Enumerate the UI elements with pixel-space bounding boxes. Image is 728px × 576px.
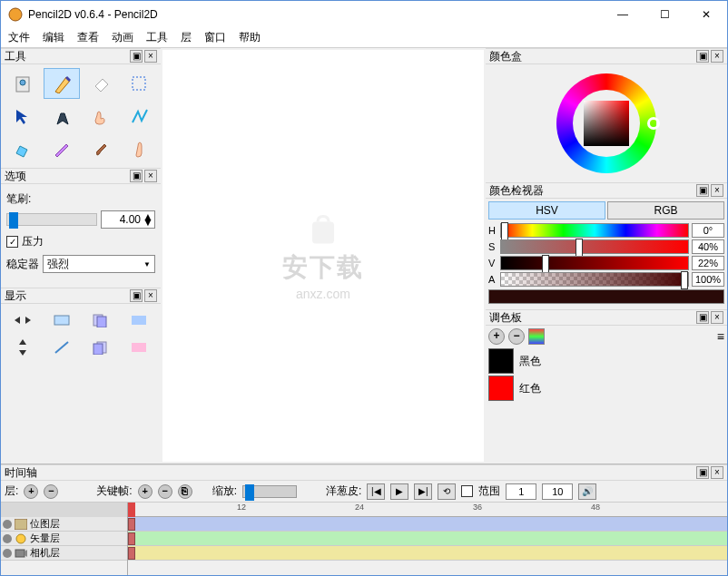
range-checkbox[interactable] xyxy=(461,485,473,497)
duplicate-keyframe-button[interactable]: ⎘ xyxy=(178,484,192,499)
close-panel-icon[interactable]: × xyxy=(711,50,723,63)
add-color-button[interactable]: + xyxy=(488,328,505,345)
close-panel-icon[interactable]: × xyxy=(711,311,723,324)
brush-tool[interactable] xyxy=(82,133,119,164)
visibility-icon[interactable] xyxy=(3,534,12,543)
visibility-icon[interactable] xyxy=(3,549,12,558)
undock-icon[interactable]: ▣ xyxy=(696,50,709,63)
menu-edit[interactable]: 编辑 xyxy=(43,30,64,45)
eyedropper-tool[interactable] xyxy=(44,133,81,164)
thin-lines-button[interactable] xyxy=(44,308,81,333)
remove-layer-button[interactable]: − xyxy=(44,484,58,499)
alpha-slider[interactable] xyxy=(500,272,689,287)
color-square[interactable] xyxy=(584,101,629,146)
close-panel-icon[interactable]: × xyxy=(711,466,723,479)
menu-help[interactable]: 帮助 xyxy=(239,30,261,45)
canvas[interactable]: 安下载 anxz.com xyxy=(162,50,484,462)
close-panel-icon[interactable]: × xyxy=(144,289,157,302)
outlines-button[interactable] xyxy=(44,335,81,360)
layer-row[interactable]: 相机层 xyxy=(1,546,127,561)
layer-row[interactable]: 矢量层 xyxy=(1,532,127,546)
menu-tools[interactable]: 工具 xyxy=(146,30,168,45)
playhead[interactable] xyxy=(128,503,135,517)
sound-button[interactable]: 🔊 xyxy=(578,483,596,500)
stabilizer-combo[interactable]: 强烈 ▼ xyxy=(43,255,155,273)
bucket-tool[interactable] xyxy=(5,133,42,164)
keyframe[interactable] xyxy=(128,547,135,560)
close-panel-icon[interactable]: × xyxy=(144,170,157,182)
visibility-icon[interactable] xyxy=(3,520,12,529)
clear-tool[interactable] xyxy=(5,68,42,99)
timeline-panel: 时间轴 ▣× 层: + − 关键帧: + − ⎘ 缩放: 洋葱皮: |◀ ▶ ▶… xyxy=(1,464,727,575)
onion-next-button[interactable] xyxy=(82,335,119,360)
inspector-panel: 颜色检视器 ▣× HSV RGB H 0° S 40% xyxy=(486,182,727,309)
last-frame-button[interactable]: ▶| xyxy=(414,483,432,500)
mirror-h-button[interactable] xyxy=(5,308,42,333)
undock-icon[interactable]: ▣ xyxy=(696,466,709,479)
value-value[interactable]: 22% xyxy=(692,256,724,270)
alpha-value[interactable]: 100% xyxy=(692,272,724,287)
close-button[interactable]: ✕ xyxy=(693,8,720,21)
undock-icon[interactable]: ▣ xyxy=(696,311,709,324)
hue-cursor[interactable] xyxy=(647,117,660,130)
timeline-tracks[interactable]: 12 24 36 48 xyxy=(128,503,727,575)
undock-icon[interactable]: ▣ xyxy=(130,289,143,302)
pressure-checkbox[interactable]: ✓ xyxy=(6,236,18,248)
polyline-tool[interactable] xyxy=(121,101,158,132)
mirror-v-button[interactable] xyxy=(5,335,42,360)
menu-layer[interactable]: 层 xyxy=(181,30,192,45)
saturation-slider[interactable] xyxy=(500,239,689,254)
color-wheel[interactable] xyxy=(556,73,656,173)
palette-item[interactable]: 红色 xyxy=(488,375,724,402)
pen-tool[interactable] xyxy=(44,101,81,132)
palette-item[interactable]: 黑色 xyxy=(488,347,724,375)
layer-row[interactable]: 位图层 xyxy=(1,517,127,532)
palette-title: 调色板 xyxy=(489,310,696,326)
tab-rgb[interactable]: RGB xyxy=(607,201,724,220)
range-start-input[interactable]: 1 xyxy=(506,483,536,500)
remove-color-button[interactable]: − xyxy=(508,328,525,345)
hue-value[interactable]: 0° xyxy=(692,223,724,238)
tab-hsv[interactable]: HSV xyxy=(488,201,605,220)
add-layer-button[interactable]: + xyxy=(24,484,38,499)
color-preview xyxy=(488,289,724,304)
menu-file[interactable]: 文件 xyxy=(8,30,30,45)
close-panel-icon[interactable]: × xyxy=(144,50,157,63)
play-button[interactable]: ▶ xyxy=(390,483,408,500)
range-end-input[interactable]: 10 xyxy=(542,483,573,500)
remove-keyframe-button[interactable]: − xyxy=(158,484,172,499)
menu-window[interactable]: 窗口 xyxy=(204,30,226,45)
menu-animation[interactable]: 动画 xyxy=(112,30,133,45)
first-frame-button[interactable]: |◀ xyxy=(367,483,385,500)
brush-size-input[interactable]: 4.00 ▲▼ xyxy=(101,210,155,229)
saturation-value[interactable]: 40% xyxy=(692,239,724,254)
brush-size-slider[interactable] xyxy=(6,213,97,226)
select-tool[interactable] xyxy=(121,68,158,99)
onion-prev-button[interactable] xyxy=(82,308,119,333)
palette-menu-icon[interactable]: ≡ xyxy=(717,329,724,344)
undock-icon[interactable]: ▣ xyxy=(696,184,709,197)
close-panel-icon[interactable]: × xyxy=(711,184,723,197)
menu-view[interactable]: 查看 xyxy=(77,30,99,45)
palette-grid-button[interactable] xyxy=(528,328,545,345)
pressure-label: 压力 xyxy=(22,234,44,249)
onion-blue-button[interactable] xyxy=(121,308,158,333)
undock-icon[interactable]: ▣ xyxy=(130,170,143,182)
hand-tool[interactable] xyxy=(82,101,119,132)
keyframe[interactable] xyxy=(128,532,135,545)
minimize-button[interactable]: — xyxy=(609,8,636,21)
onion-red-button[interactable] xyxy=(121,335,158,360)
move-tool[interactable] xyxy=(5,101,42,132)
timeline-ruler[interactable]: 12 24 36 48 xyxy=(128,503,727,517)
smudge-tool[interactable] xyxy=(121,133,158,164)
hue-slider[interactable] xyxy=(500,223,689,238)
value-slider[interactable] xyxy=(500,256,689,270)
keyframe[interactable] xyxy=(128,518,135,531)
zoom-slider[interactable] xyxy=(242,485,297,498)
maximize-button[interactable]: ☐ xyxy=(651,8,678,21)
undock-icon[interactable]: ▣ xyxy=(130,50,143,63)
eraser-tool[interactable] xyxy=(82,68,119,99)
pencil-tool[interactable] xyxy=(44,68,81,99)
add-keyframe-button[interactable]: + xyxy=(138,484,152,499)
loop-button[interactable]: ⟲ xyxy=(438,483,456,500)
